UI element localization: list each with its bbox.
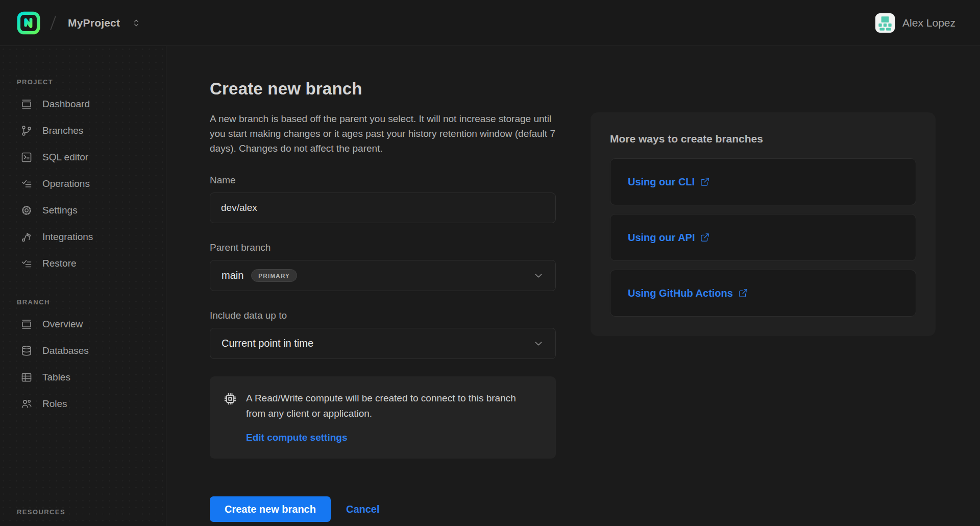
project-selector-label[interactable]: MyProject	[68, 17, 120, 29]
sidebar-item-label: Roles	[42, 398, 67, 410]
branches-icon	[20, 125, 33, 137]
branch-name-input[interactable]	[210, 193, 556, 223]
neon-logo-icon[interactable]	[17, 11, 40, 35]
dashboard-icon	[20, 98, 33, 110]
sidebar-section-branch: BRANCHOverviewDatabasesTablesRoles	[17, 298, 166, 417]
branch-method-label: Using our API	[628, 232, 695, 244]
breadcrumb-slash	[50, 15, 56, 30]
external-link-icon	[738, 288, 748, 298]
sidebar-section-header: PROJECT	[17, 78, 166, 86]
operations-icon	[20, 178, 33, 190]
branch-method-link[interactable]: Using our CLI	[628, 176, 710, 188]
sidebar-section-header: RESOURCES	[17, 508, 166, 516]
sidebar-section-project: PROJECTDashboardBranchesSQL editorOperat…	[17, 78, 166, 277]
tables-icon	[20, 371, 33, 384]
sidebar-item-label: Settings	[42, 205, 78, 216]
sidebar-item-tables[interactable]: Tables	[17, 364, 166, 391]
edit-compute-settings-link[interactable]: Edit compute settings	[246, 432, 347, 443]
sidebar-item-label: SQL editor	[42, 152, 88, 163]
sidebar-item-databases[interactable]: Databases	[17, 338, 166, 364]
sidebar-section-resources: RESOURCES	[17, 508, 166, 521]
sidebar-item-label: Tables	[42, 372, 70, 383]
parent-branch-value: main	[222, 270, 243, 281]
project-switcher-chevrons-icon[interactable]	[131, 17, 141, 29]
compute-note: A Read/Write compute will be created to …	[246, 391, 532, 421]
sidebar-item-label: Dashboard	[42, 99, 90, 110]
integrations-icon	[20, 231, 33, 243]
sql-editor-icon	[20, 151, 33, 163]
sidebar: PROJECTDashboardBranchesSQL editorOperat…	[0, 46, 166, 526]
sidebar-item-label: Integrations	[42, 231, 93, 243]
name-field-label: Name	[210, 175, 556, 186]
sidebar-section-header: BRANCH	[17, 298, 166, 306]
sidebar-item-label: Databases	[42, 345, 89, 356]
branch-method-label: Using GitHub Actions	[628, 288, 733, 299]
more-ways-title: More ways to create branches	[610, 133, 916, 145]
primary-badge: PRIMARY	[251, 269, 297, 282]
branch-method-link[interactable]: Using our API	[628, 232, 710, 244]
sidebar-item-label: Operations	[42, 178, 90, 189]
sidebar-item-overview[interactable]: Overview	[17, 311, 166, 338]
sidebar-item-dashboard[interactable]: Dashboard	[17, 91, 166, 117]
sidebar-item-sql-editor[interactable]: SQL editor	[17, 144, 166, 171]
compute-info-box: A Read/Write compute will be created to …	[210, 376, 556, 459]
external-link-icon	[700, 232, 710, 243]
branch-method-label: Using our CLI	[628, 176, 695, 188]
include-data-value: Current point in time	[222, 338, 313, 349]
create-branch-button[interactable]: Create new branch	[210, 496, 331, 522]
sidebar-item-integrations[interactable]: Integrations	[17, 224, 166, 250]
user-name[interactable]: Alex Lopez	[902, 17, 955, 29]
cpu-chip-icon	[223, 392, 237, 406]
user-avatar[interactable]	[875, 13, 895, 33]
chevron-down-icon	[533, 270, 544, 281]
branch-method-card[interactable]: Using GitHub Actions	[610, 270, 916, 317]
sidebar-item-branches[interactable]: Branches	[17, 117, 166, 144]
more-ways-panel: More ways to create branches Using our C…	[591, 112, 936, 336]
roles-icon	[20, 398, 33, 410]
cancel-link[interactable]: Cancel	[346, 504, 380, 515]
sidebar-item-operations[interactable]: Operations	[17, 171, 166, 197]
external-link-icon	[700, 177, 710, 187]
overview-icon	[20, 318, 33, 330]
sidebar-item-roles[interactable]: Roles	[17, 391, 166, 417]
include-data-label: Include data up to	[210, 310, 556, 321]
branch-method-card[interactable]: Using our CLI	[610, 158, 916, 205]
page-title: Create new branch	[210, 79, 556, 99]
parent-branch-label: Parent branch	[210, 242, 556, 253]
sidebar-item-restore[interactable]: Restore	[17, 250, 166, 277]
branch-method-card[interactable]: Using our API	[610, 214, 916, 261]
restore-icon	[20, 257, 33, 270]
sidebar-item-label: Branches	[42, 125, 83, 136]
page-description: A new branch is based off the parent you…	[210, 111, 556, 156]
settings-icon	[20, 204, 33, 217]
topbar: MyProject Alex Lopez	[0, 0, 980, 46]
sidebar-item-label: Restore	[42, 258, 77, 269]
main-content: Create new branch A new branch is based …	[166, 46, 980, 526]
databases-icon	[20, 345, 33, 357]
chevron-down-icon	[533, 338, 544, 349]
parent-branch-select[interactable]: main PRIMARY	[210, 260, 556, 291]
sidebar-item-settings[interactable]: Settings	[17, 197, 166, 224]
include-data-select[interactable]: Current point in time	[210, 328, 556, 359]
sidebar-item-label: Overview	[42, 319, 83, 330]
branch-method-link[interactable]: Using GitHub Actions	[628, 288, 748, 299]
